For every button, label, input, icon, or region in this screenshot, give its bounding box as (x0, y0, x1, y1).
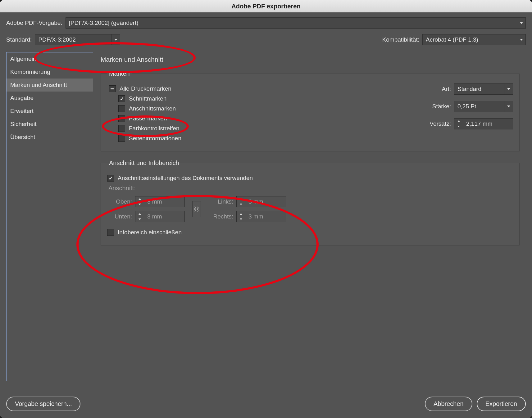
mark-weight-label: Stärke: (420, 103, 451, 110)
bleed-grid: Oben: 3 mm Unten: 3 mm (107, 196, 513, 222)
chevron-down-icon[interactable] (517, 18, 525, 28)
bleed-marks-checkbox[interactable] (118, 105, 125, 112)
mark-offset-label: Versatz: (420, 120, 451, 127)
mark-type-label: Art: (420, 86, 451, 92)
bleed-right-value: 3 mm (245, 213, 266, 220)
reg-marks-label: Passermarken (129, 115, 167, 122)
all-marks-label: Alle Druckermarken (120, 85, 171, 92)
bleed-bottom-label: Unten: (107, 213, 132, 220)
sidebar-item-output[interactable]: Ausgabe (7, 92, 93, 105)
bleed-left-value: 3 mm (245, 198, 266, 205)
compat-label: Kompatibilität: (382, 36, 419, 43)
sidebar-item-summary[interactable]: Übersicht (7, 131, 93, 144)
standard-label: Standard: (6, 36, 32, 43)
sidebar-item-marks-bleed[interactable]: Marken und Anschnitt (7, 79, 93, 92)
standard-select[interactable]: PDF/X-3:2002 (35, 34, 120, 45)
stepper-buttons[interactable] (454, 119, 463, 129)
compat-select[interactable]: Acrobat 4 (PDF 1.3) (422, 34, 526, 45)
chevron-down-icon[interactable] (111, 34, 120, 45)
stepper-buttons (237, 211, 245, 222)
mark-weight-select[interactable]: 0,25 Pt (454, 101, 513, 112)
mark-offset-input[interactable]: 2,117 mm (454, 118, 513, 129)
dialog-footer: Vorgabe speichern... Abbrechen Exportier… (6, 397, 526, 411)
sidebar-item-advanced[interactable]: Erweitert (7, 105, 93, 118)
window-title: Adobe PDF exportieren (0, 0, 532, 12)
crop-marks-label: Schnittmarken (129, 95, 166, 102)
standard-value: PDF/X-3:2002 (35, 36, 111, 43)
use-doc-bleed-checkbox[interactable] (107, 175, 114, 182)
marks-legend: Marken (107, 70, 132, 77)
chevron-down-icon[interactable] (517, 34, 525, 45)
all-marks-checkbox[interactable] (109, 85, 116, 92)
stepper-buttons (135, 196, 144, 207)
use-doc-bleed-row: Anschnittseinstellungen des Dokuments ve… (107, 175, 513, 182)
all-marks-row: Alle Druckermarken (109, 85, 222, 92)
preset-value: [PDF/X-3:2002] (geändert) (66, 20, 517, 26)
bleed-top-label: Oben: (107, 198, 132, 205)
use-doc-bleed-label: Anschnittseinstellungen des Dokuments ve… (118, 175, 253, 182)
save-preset-button[interactable]: Vorgabe speichern... (6, 397, 80, 411)
chevron-down-icon[interactable] (504, 84, 513, 94)
preset-select[interactable]: [PDF/X-3:2002] (geändert) (66, 17, 526, 29)
bleed-bottom-value: 3 mm (144, 213, 165, 220)
color-bars-checkbox[interactable] (118, 125, 125, 132)
dialog-window: Adobe PDF exportieren Adobe PDF-Vorgabe:… (0, 0, 532, 418)
preset-label: Adobe PDF-Vorgabe: (6, 20, 62, 26)
sidebar: Allgemein Komprimierung Marken und Ansch… (6, 52, 93, 381)
panel-title: Marken und Anschnitt (101, 56, 520, 63)
include-slug-label: Infobereich einschließen (118, 229, 182, 236)
standard-compat-row: Standard: PDF/X-3:2002 Kompatibilität: A… (6, 34, 526, 45)
bleed-bottom-input: 3 mm (135, 211, 185, 222)
chevron-down-icon[interactable] (504, 101, 513, 112)
panel: Marken und Anschnitt Marken Alle Drucker… (93, 52, 526, 381)
marks-group: Marken Alle Druckermarken Schnittmarken (101, 70, 520, 151)
bleed-group: Anschnitt und Infobereich Anschnittseins… (101, 160, 520, 245)
mark-type-value: Standard (454, 86, 504, 92)
mark-weight-value: 0,25 Pt (454, 103, 504, 110)
dialog-content: Adobe PDF-Vorgabe: [PDF/X-3:2002] (geänd… (0, 12, 532, 418)
bleed-top-input: 3 mm (135, 196, 185, 207)
page-info-label: Seiteninformationen (129, 135, 181, 142)
crop-marks-row: Schnittmarken (118, 95, 222, 102)
crop-marks-checkbox[interactable] (118, 95, 125, 102)
bleed-legend: Anschnitt und Infobereich (107, 160, 181, 167)
bleed-right-input: 3 mm (236, 211, 286, 222)
link-icon: ⛓ (192, 201, 201, 217)
reg-marks-row: Passermarken (118, 115, 222, 122)
bleed-right-label: Rechts: (208, 213, 233, 220)
include-slug-checkbox[interactable] (107, 229, 114, 236)
bleed-marks-label: Anschnittsmarken (129, 105, 176, 112)
preset-row: Adobe PDF-Vorgabe: [PDF/X-3:2002] (geänd… (6, 17, 526, 29)
bleed-left-input: 3 mm (236, 196, 286, 207)
stepper-buttons (237, 196, 245, 207)
bleed-marks-row: Anschnittsmarken (118, 105, 222, 112)
color-bars-label: Farbkontrollstreifen (129, 125, 180, 132)
sidebar-item-security[interactable]: Sicherheit (7, 118, 93, 131)
main-area: Allgemein Komprimierung Marken und Ansch… (6, 52, 526, 381)
page-info-checkbox[interactable] (118, 135, 125, 142)
reg-marks-checkbox[interactable] (118, 115, 125, 122)
include-slug-row: Infobereich einschließen (107, 229, 513, 236)
sidebar-item-compression[interactable]: Komprimierung (7, 65, 93, 79)
bleed-top-value: 3 mm (144, 198, 165, 205)
cancel-button[interactable]: Abbrechen (425, 397, 472, 411)
color-bars-row: Farbkontrollstreifen (118, 125, 222, 132)
export-button[interactable]: Exportieren (477, 397, 526, 411)
sidebar-item-general[interactable]: Allgemein (7, 52, 93, 65)
bleed-sub-label: Anschnitt: (108, 185, 513, 192)
mark-offset-value: 2,117 mm (463, 120, 495, 127)
bleed-left-label: Links: (208, 198, 233, 205)
compat-value: Acrobat 4 (PDF 1.3) (423, 36, 517, 43)
page-info-row: Seiteninformationen (118, 135, 222, 142)
stepper-buttons (135, 211, 144, 222)
mark-type-select[interactable]: Standard (454, 83, 513, 95)
